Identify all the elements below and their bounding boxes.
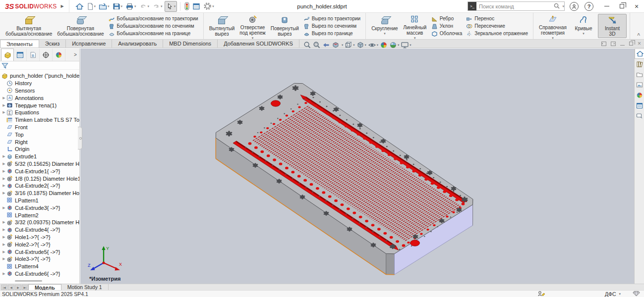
instant-3d-button[interactable]: Instant 3D [598,14,627,38]
tree-item-hole3[interactable]: ▶Hole3->?{ ->?} [0,255,79,263]
expand-arrow[interactable]: ▶ [1,110,6,114]
design-library-icon[interactable] [635,59,644,69]
tree-item-front[interactable]: Front [0,124,79,131]
display-style-icon[interactable]: ▾ [356,41,366,49]
expand-arrow[interactable]: ▶ [1,169,6,173]
user-account-icon[interactable] [570,2,579,11]
command-search-box[interactable]: >_ Поиск команд ▾ [468,1,565,11]
doc-minimize-icon[interactable] [620,45,625,46]
close-button[interactable]: × [629,0,644,12]
tree-item-cut-extrude6[interactable]: ▶Cut-Extrude6{ ->?} [0,270,79,278]
section-view-icon[interactable] [332,41,340,49]
expand-arrow[interactable]: ▶ [1,177,6,181]
punch-holder-model[interactable] [80,49,634,284]
tab-evaluate[interactable]: Анализировать [112,40,163,48]
extruded-boss-button[interactable]: Вытянутая бобышка/основание [3,14,55,38]
redo-button[interactable]: ▾ [151,1,164,12]
new-document-button[interactable]: ▾ [86,1,97,12]
tree-root-part[interactable]: punch_holder ("punch_holder" Defau [0,72,79,80]
tree-item-3-16-0-1875-diameter-hole1[interactable]: ▶3/16 (0.1875) Diameter Hole1->?{ [0,190,79,197]
draft-button[interactable]: Уклон [431,22,463,30]
graphics-viewport[interactable]: Y X Z *Изометрия [80,49,634,284]
save-button[interactable]: ▾ [112,1,124,12]
fillet-button[interactable]: Скругление ▾ [369,14,401,38]
view-orientation-icon[interactable]: ▾ [345,41,354,49]
file-explorer-icon[interactable] [635,69,644,80]
revolved-boss-button[interactable]: Повернутая бобышка/основание [55,14,106,38]
view-settings-icon[interactable]: ▾ [401,41,411,49]
zoom-to-fit-icon[interactable] [303,41,311,49]
dfc-mode-label[interactable]: ДФС [605,291,616,297]
help-icon[interactable]: ? [585,2,593,11]
tree-item-equations[interactable]: ▶ΣEquations [0,109,79,116]
expand-arrow[interactable]: ▶ [1,154,6,158]
revolved-cut-button[interactable]: Повернутый вырез [268,14,301,38]
configurationmanager-tab[interactable]: B [27,49,40,61]
appearances-icon[interactable] [635,90,644,100]
undo-button[interactable]: ▾ [138,1,151,12]
boundary-cut-button[interactable]: Вырез по границе [303,30,360,37]
menu-expand-arrow-icon[interactable]: ▶ [60,4,63,8]
next-tab-button[interactable]: ▶ [15,285,21,290]
expand-arrow[interactable]: ▶ [1,162,6,166]
forum-icon[interactable] [635,111,644,121]
tree-item-1-8-0-125-diameter-hole1[interactable]: ▶1/8 (0.125) Diameter Hole1->?{ -> [0,175,79,182]
hole-wizard-button[interactable]: Отверстие под крепеж ▾ [237,14,268,38]
ribbon-collapse-chevron[interactable]: ^ [637,33,640,38]
zoom-to-area-icon[interactable] [313,41,321,49]
tab-sketch[interactable]: Эскиз [39,40,66,48]
restore-button[interactable] [614,0,629,12]
boundary-boss-button[interactable]: Бобышка/основание на границе [109,30,198,37]
displaymanager-tab[interactable] [53,49,65,61]
tree-item-hole2[interactable]: ▶Hole2->?{ ->?} [0,241,79,248]
previous-view-icon[interactable] [322,41,330,49]
home-button[interactable] [74,1,85,12]
tree-item-3-32-0-09375-diameter-hole1[interactable]: ▶3/32 (0.09375) Diameter Hole1->? [0,219,79,226]
first-tab-button[interactable]: |◀ [1,285,7,290]
tab-solidworks-addins[interactable]: Добавления SOLIDWORKS [218,40,299,48]
tree-item-lpattern1[interactable]: LPattern1 [0,197,79,204]
swept-cut-button[interactable]: Вырез по траектории [303,15,360,22]
tree-item-timken-latrobe-tls-s7-tool-s[interactable]: Timken Latrobe TLS S7 Tool Steel [0,116,79,124]
expand-arrow[interactable]: ▶ [1,220,6,224]
doc-close-icon[interactable]: × [638,41,641,47]
propertymanager-tab[interactable] [14,49,27,61]
tree-item-cut-extrude3[interactable]: ▶Cut-Extrude3{ ->?} [0,204,79,211]
expand-arrow[interactable]: ▶ [1,250,6,254]
options-gear-button[interactable]: ▾ [202,1,215,12]
edit-appearance-icon[interactable] [380,41,388,49]
rebuild-traffic-light-button[interactable] [183,1,190,12]
tree-item-annotations[interactable]: ▶AAnnotations [0,94,79,101]
tab-repair[interactable]: Исправление [66,40,112,48]
tree-item-cut-extrude4[interactable]: ▶Cut-Extrude4{ ->?} [0,226,79,234]
model-tab[interactable]: Модель [28,284,61,290]
doc-restore-icon[interactable] [629,42,633,46]
custom-properties-icon[interactable] [635,100,644,111]
status-dropdown-icon[interactable]: ▾ [619,292,621,296]
display-settings-button[interactable] [191,1,201,12]
prev-tab-button[interactable]: ◀ [8,285,14,290]
hide-show-items-icon[interactable]: ▾ [368,41,378,49]
tree-item-твердые-тела-1[interactable]: ▶Твердые тела(1) [0,101,79,109]
mirror-button[interactable]: Зеркальное отражение [466,30,528,37]
dimxpertmanager-tab[interactable] [40,49,53,61]
tree-item-cut-extrude1[interactable]: ▶Cut-Extrude1{ ->?} [0,167,79,175]
motion-study-tab[interactable]: Motion Study 1 [61,284,109,290]
tree-horizontal-scrollbar[interactable] [0,279,80,283]
lofted-boss-button[interactable]: Бобышка/основание по сечениям [109,22,198,30]
tab-mbd-dimensions[interactable]: MBD Dimensions [163,40,218,48]
tree-item-right[interactable]: Right [0,138,79,146]
tree-item-lpattern4[interactable]: LPattern4 [0,263,79,270]
linear-pattern-button[interactable]: Линейный массив ▾ [401,14,429,38]
expand-arrow[interactable]: ▶ [1,235,6,239]
panel-splitter-handle[interactable] [78,127,82,149]
pane-left-icon[interactable] [601,42,606,46]
tree-item-cut-extrude5[interactable]: ▶Cut-Extrude5{ ->?} [0,248,79,255]
tags-gem-icon[interactable] [633,291,640,297]
search-magnifier-icon[interactable] [553,2,560,10]
tab-features[interactable]: Элементы [0,40,39,48]
curves-button[interactable]: Кривые ▾ [569,14,598,38]
tree-item-history[interactable]: History [0,80,79,87]
expand-arrow[interactable]: ▶ [1,103,6,107]
featuremanager-tree-tab[interactable] [1,49,14,61]
